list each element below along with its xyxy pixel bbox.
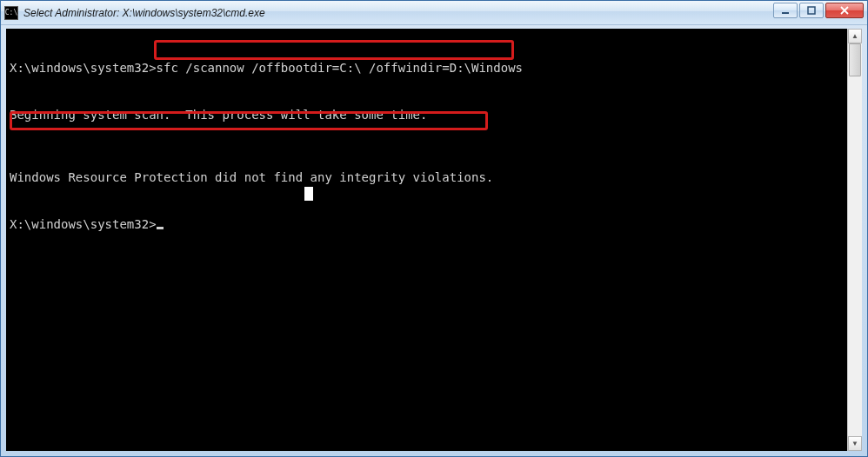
output-line: Beginning system scan. This process will… (10, 107, 844, 123)
close-button[interactable] (825, 3, 864, 18)
scroll-track[interactable] (848, 43, 862, 436)
terminal[interactable]: X:\windows\system32>sfc /scannow /offboo… (6, 29, 847, 451)
annotation-highlight-command (154, 40, 514, 60)
prompt: X:\windows\system32> (10, 217, 157, 231)
output-result: Windows Resource Protection did not find… (10, 169, 844, 185)
scroll-thumb[interactable] (849, 43, 861, 76)
titlebar[interactable]: C:\ Select Administrator: X:\windows\sys… (1, 1, 867, 25)
maximize-button[interactable] (799, 3, 824, 18)
window-controls (773, 3, 864, 18)
scroll-up-button[interactable]: ▲ (848, 29, 862, 43)
vertical-scrollbar[interactable]: ▲ ▼ (847, 29, 862, 451)
window-frame: C:\ Select Administrator: X:\windows\sys… (0, 0, 868, 457)
text-cursor (157, 227, 164, 229)
command-text: sfc /scannow /offbootdir=C:\ /offwindir=… (157, 61, 523, 75)
minimize-button[interactable] (773, 3, 798, 18)
prompt: X:\windows\system32> (10, 61, 157, 75)
scroll-down-button[interactable]: ▼ (848, 436, 862, 451)
window-title: Select Administrator: X:\windows\system3… (23, 7, 864, 19)
svg-rect-1 (808, 7, 815, 14)
block-cursor (304, 187, 313, 201)
svg-rect-0 (782, 12, 789, 14)
cmd-icon: C:\ (4, 6, 18, 20)
client-area: X:\windows\system32>sfc /scannow /offboo… (6, 29, 862, 451)
